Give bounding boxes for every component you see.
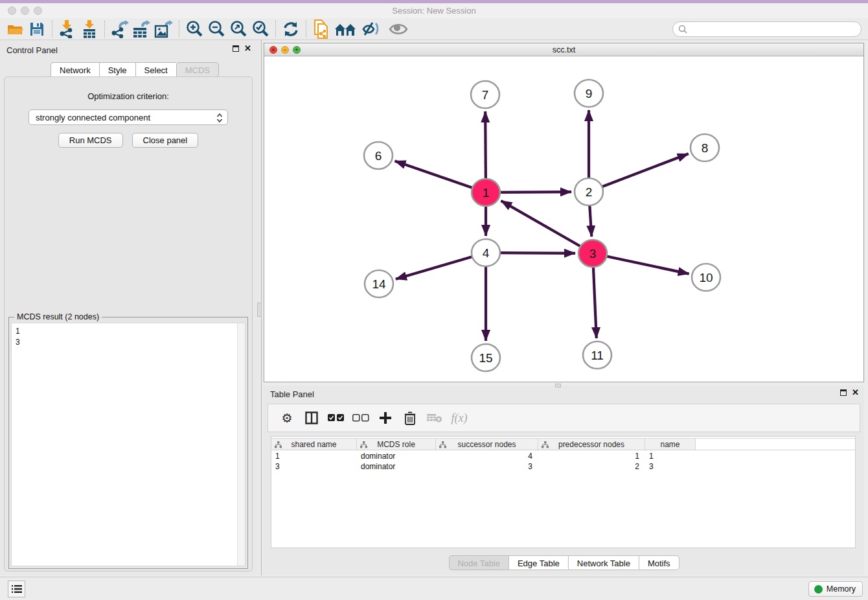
- open-session-button[interactable]: [4, 19, 26, 39]
- search-input[interactable]: [691, 25, 861, 34]
- show-columns-button[interactable]: [299, 406, 324, 430]
- divider-grip[interactable]: [257, 303, 262, 317]
- tab-select[interactable]: Select: [135, 62, 176, 77]
- tab-network[interactable]: Network: [51, 62, 99, 77]
- node-14[interactable]: 14: [365, 270, 393, 297]
- search-icon: [678, 25, 687, 34]
- deselect-all-columns-button[interactable]: [348, 406, 373, 430]
- export-network-button[interactable]: [109, 19, 131, 39]
- function-builder-button[interactable]: f(x): [447, 406, 472, 430]
- divider-grip[interactable]: [555, 384, 561, 387]
- table-cell[interactable]: 1: [538, 451, 645, 461]
- node-11[interactable]: 11: [583, 341, 611, 369]
- svg-text:9: 9: [586, 87, 593, 100]
- node-3[interactable]: 3: [578, 240, 607, 267]
- table-cell[interactable]: 4: [436, 451, 538, 461]
- tab-network-table[interactable]: Network Table: [568, 555, 639, 570]
- import-network-button[interactable]: [56, 19, 78, 39]
- node-9[interactable]: 9: [575, 80, 603, 107]
- node-table[interactable]: shared nameMCDS rolesuccessor nodesprede…: [271, 436, 856, 548]
- status-bar: Memory: [0, 577, 868, 600]
- zoom-fit-icon: [229, 20, 247, 38]
- column-header-shared-name[interactable]: shared name: [271, 439, 357, 450]
- table-cell[interactable]: dominator: [357, 451, 436, 461]
- table-cell[interactable]: 3: [271, 461, 357, 472]
- table-options-button[interactable]: ⚙: [275, 406, 299, 430]
- node-6[interactable]: 6: [364, 142, 393, 169]
- column-header-successor-nodes[interactable]: successor nodes: [436, 439, 538, 450]
- control-panel: Control Panel ✕ NetworkStyleSelectMCDS O…: [0, 40, 257, 575]
- control-panel-title: Control Panel: [6, 45, 58, 55]
- hide-selected-button[interactable]: [358, 19, 384, 39]
- table-row[interactable]: 1dominator411: [271, 451, 855, 461]
- selected-option-label: strongly connected component: [36, 113, 150, 122]
- table-row[interactable]: 3dominator323: [271, 461, 855, 472]
- zoom-fit-button[interactable]: [227, 19, 249, 39]
- export-table-button[interactable]: [131, 19, 153, 39]
- result-scrollbar[interactable]: [237, 323, 245, 566]
- network-window-titlebar[interactable]: × − + scc.txt: [264, 43, 863, 56]
- close-panel-icon[interactable]: ✕: [852, 389, 859, 396]
- column-header-predecessor-nodes[interactable]: predecessor nodes: [538, 439, 645, 450]
- zoom-in-button[interactable]: [183, 19, 205, 39]
- node-10[interactable]: 10: [692, 264, 720, 291]
- close-panel-button[interactable]: Close panel: [132, 133, 199, 148]
- tab-style[interactable]: Style: [99, 62, 135, 77]
- zoom-selected-button[interactable]: [249, 19, 271, 39]
- network-canvas[interactable]: 7968124314101511: [264, 56, 863, 382]
- chevron-up-down-icon: [216, 113, 223, 123]
- search-box[interactable]: [672, 21, 862, 37]
- memory-button[interactable]: Memory: [808, 581, 863, 597]
- mcds-tab-content: Optimization criterion: strongly connect…: [4, 76, 253, 571]
- edge-2-8[interactable]: [589, 154, 689, 192]
- gear-icon: ⚙: [281, 411, 292, 426]
- tab-node-table[interactable]: Node Table: [448, 555, 508, 570]
- close-panel-icon[interactable]: ✕: [244, 45, 251, 52]
- float-panel-icon[interactable]: [233, 45, 239, 52]
- node-8[interactable]: 8: [691, 134, 719, 161]
- task-history-button[interactable]: [8, 581, 25, 597]
- column-header-name[interactable]: name: [645, 439, 696, 450]
- svg-text:1: 1: [483, 186, 490, 200]
- node-2[interactable]: 2: [575, 178, 603, 205]
- edge-3-1[interactable]: [501, 201, 593, 253]
- float-panel-icon[interactable]: [840, 389, 847, 396]
- svg-text:7: 7: [482, 88, 489, 102]
- optimization-criterion-select[interactable]: strongly connected component: [29, 110, 228, 125]
- save-session-button[interactable]: [26, 19, 48, 39]
- table-cell[interactable]: dominator: [357, 461, 436, 472]
- show-hidden-button[interactable]: [384, 19, 413, 39]
- select-all-columns-button[interactable]: [324, 406, 348, 430]
- attribute-tree-icon: [360, 441, 367, 448]
- table-cell[interactable]: 2: [538, 461, 645, 472]
- table-cell[interactable]: 1: [271, 451, 357, 461]
- tab-mcds[interactable]: MCDS: [176, 62, 219, 77]
- node-7[interactable]: 7: [471, 81, 499, 108]
- network-graph[interactable]: 7968124314101511: [264, 56, 863, 382]
- table-cell[interactable]: 1: [645, 451, 696, 461]
- export-image-button[interactable]: [153, 19, 175, 39]
- table-export-icon: [132, 20, 152, 38]
- delete-column-button[interactable]: [398, 406, 422, 430]
- vertical-split-divider[interactable]: [257, 40, 264, 575]
- refresh-layout-button[interactable]: [280, 19, 302, 39]
- column-header-MCDS-role[interactable]: MCDS role: [357, 439, 436, 450]
- table-cell[interactable]: 3: [645, 461, 696, 472]
- node-4[interactable]: 4: [472, 239, 500, 266]
- delete-table-button[interactable]: [422, 406, 447, 430]
- node-1[interactable]: 1: [472, 179, 500, 206]
- mcds-result-textarea[interactable]: 1 3: [11, 323, 246, 566]
- main-toolbar: [0, 18, 868, 40]
- clone-network-button[interactable]: [310, 19, 332, 39]
- table-cell[interactable]: 3: [436, 461, 538, 472]
- control-panel-header: Control Panel ✕: [0, 40, 257, 58]
- zoom-out-button[interactable]: [205, 19, 227, 39]
- run-mcds-button[interactable]: Run MCDS: [58, 133, 123, 148]
- tab-motifs[interactable]: Motifs: [639, 555, 680, 570]
- delete-table-icon: [427, 413, 442, 423]
- add-column-button[interactable]: [373, 406, 398, 430]
- tab-edge-table[interactable]: Edge Table: [508, 555, 568, 570]
- home-networks-button[interactable]: [332, 19, 358, 39]
- import-table-button[interactable]: [78, 19, 100, 39]
- node-15[interactable]: 15: [472, 344, 500, 371]
